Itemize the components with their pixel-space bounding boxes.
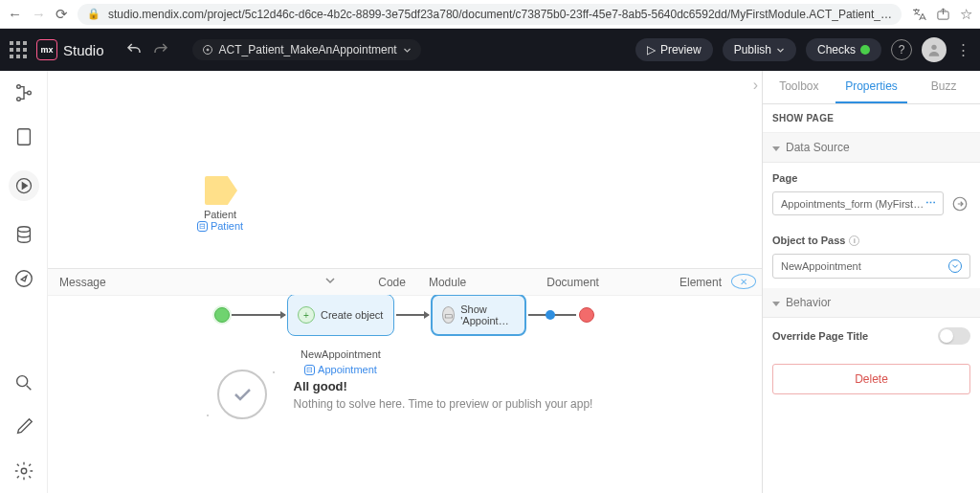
- field-object-label: Object to Passi: [763, 225, 980, 250]
- publish-button[interactable]: Publish: [723, 38, 796, 61]
- svg-point-11: [16, 376, 27, 387]
- app-bar: mx Studio ACT_Patient_MakeAnAppointment …: [0, 29, 980, 71]
- close-panel-icon[interactable]: ✕: [731, 274, 756, 289]
- field-page-label: Page: [763, 163, 980, 188]
- breadcrumb[interactable]: ACT_Patient_MakeAnAppointment: [192, 39, 421, 60]
- rail-navigation-icon[interactable]: [13, 268, 34, 289]
- page-icon: ▭: [442, 306, 455, 324]
- svg-rect-7: [17, 129, 30, 146]
- breadcrumb-caret-icon[interactable]: ›: [753, 77, 758, 94]
- share-icon[interactable]: [936, 7, 950, 21]
- col-module[interactable]: Module: [417, 276, 478, 289]
- rail-settings-icon[interactable]: [13, 460, 34, 482]
- chevron-down-icon[interactable]: [313, 275, 347, 289]
- errors-empty-state: All good! Nothing to solve here. Time to…: [48, 295, 762, 493]
- col-document[interactable]: Document: [535, 276, 611, 289]
- more-icon[interactable]: ⋮: [956, 41, 970, 58]
- logo: mx Studio: [36, 39, 104, 60]
- ellipsis-icon[interactable]: ⋯: [925, 197, 935, 210]
- create-icon: +: [298, 306, 315, 324]
- info-icon[interactable]: i: [849, 235, 859, 246]
- end-event[interactable]: [579, 307, 594, 323]
- check-icon: [217, 370, 267, 419]
- url-bar[interactable]: 🔒 studio.mendix.com/project/5c12d46c-d6c…: [78, 4, 902, 25]
- object-select[interactable]: NewAppointment: [772, 254, 970, 279]
- reload-icon[interactable]: ⟳: [56, 6, 68, 23]
- tab-toolbox[interactable]: Toolbox: [763, 71, 835, 103]
- star-icon[interactable]: ☆: [960, 6, 972, 23]
- col-element[interactable]: Element: [668, 276, 733, 289]
- back-icon[interactable]: ←: [8, 6, 22, 22]
- properties-panel: Toolbox Properties Buzz SHOW PAGE Data S…: [762, 71, 980, 493]
- chevron-down-icon: [403, 46, 412, 55]
- lock-icon: 🔒: [87, 8, 100, 20]
- undo-icon[interactable]: [125, 41, 143, 58]
- flow-arrow: [396, 314, 429, 316]
- help-icon[interactable]: ?: [891, 39, 912, 60]
- goto-icon[interactable]: [949, 193, 970, 214]
- activity-create-object[interactable]: + Create object: [287, 294, 394, 336]
- page-select[interactable]: Appointments_form (MyFirst… ⋯: [772, 191, 944, 215]
- flow-arrow: [232, 314, 285, 316]
- svg-point-5: [16, 98, 20, 101]
- parameter-label: Patient ⊟Patient: [191, 209, 249, 232]
- microflow-canvas[interactable]: › Patient ⊟Patient ⟳ + Create object ▭ S…: [48, 71, 762, 268]
- svg-point-6: [27, 91, 31, 95]
- forward-icon: →: [32, 6, 46, 22]
- url-text: studio.mendix.com/project/5c12d46c-d6ce-…: [108, 8, 892, 21]
- empty-title: All good!: [294, 379, 593, 393]
- activity-entity-link[interactable]: ⊟Appointment: [297, 364, 385, 375]
- rail-domain-icon[interactable]: [13, 224, 34, 245]
- section-title: SHOW PAGE: [763, 104, 980, 133]
- rail-microflow-icon[interactable]: [9, 170, 39, 201]
- translate-icon[interactable]: [911, 7, 926, 22]
- svg-point-10: [15, 271, 32, 287]
- checks-button[interactable]: Checks: [806, 38, 881, 61]
- svg-point-12: [21, 468, 27, 474]
- tab-properties[interactable]: Properties: [835, 71, 908, 103]
- left-rail: [0, 71, 48, 493]
- svg-point-4: [16, 85, 20, 89]
- svg-point-2: [207, 49, 209, 51]
- activity-variable-label: NewAppointment: [297, 348, 385, 360]
- activity-show-page[interactable]: ▭ Show 'Appoint…: [431, 294, 526, 336]
- parameter-patient[interactable]: [205, 176, 237, 205]
- override-title-label: Override Page Title: [772, 330, 868, 342]
- svg-point-3: [931, 45, 936, 50]
- delete-button[interactable]: Delete: [772, 364, 970, 394]
- apps-grid-icon[interactable]: [10, 41, 27, 58]
- svg-point-9: [17, 227, 30, 233]
- redo-icon[interactable]: [152, 41, 169, 58]
- accordion-behavior[interactable]: Behavior: [763, 288, 980, 318]
- errors-panel-header: Message Code Module Document Element ✕: [48, 268, 762, 295]
- accordion-data-source[interactable]: Data Source: [763, 133, 980, 163]
- col-message[interactable]: Message: [48, 276, 313, 289]
- rail-theme-icon[interactable]: [13, 416, 34, 437]
- user-avatar[interactable]: [922, 37, 947, 62]
- empty-subtitle: Nothing to solve here. Time to preview o…: [294, 397, 593, 411]
- preview-button[interactable]: ▷ Preview: [635, 38, 713, 61]
- override-title-toggle[interactable]: [938, 327, 970, 345]
- status-ok-icon: [860, 45, 870, 55]
- rail-page-icon[interactable]: [13, 126, 34, 147]
- tab-buzz[interactable]: Buzz: [907, 71, 980, 103]
- col-code[interactable]: Code: [367, 276, 417, 289]
- browser-address-bar: ← → ⟳ 🔒 studio.mendix.com/project/5c12d4…: [0, 0, 980, 29]
- rail-structure-icon[interactable]: [13, 82, 34, 103]
- start-event[interactable]: [214, 307, 230, 323]
- parameter-entity-link[interactable]: ⊟Patient: [191, 220, 249, 232]
- chevron-down-icon[interactable]: [948, 259, 962, 273]
- rail-search-icon[interactable]: [13, 372, 34, 393]
- selection-handle[interactable]: [546, 310, 555, 320]
